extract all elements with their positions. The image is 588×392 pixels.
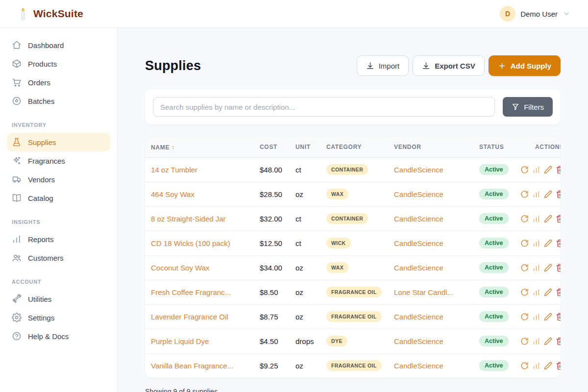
delete-action-button[interactable] [556, 190, 561, 198]
cart-icon [12, 77, 22, 87]
edit-action-button[interactable] [544, 190, 552, 198]
supply-unit: ct [290, 157, 320, 182]
vendor-link[interactable]: Lone Star Candl... [394, 288, 453, 296]
chart-action-button[interactable] [532, 190, 540, 198]
delete-action-button[interactable] [556, 313, 561, 321]
supply-unit: ct [290, 206, 320, 231]
delete-icon [556, 190, 561, 198]
row-actions [520, 158, 561, 182]
refresh-action-button[interactable] [520, 288, 529, 296]
category-badge: FRAGRANCE OIL [326, 287, 382, 297]
chart-action-button[interactable] [532, 337, 540, 345]
vendor-link[interactable]: CandleScience [394, 313, 443, 321]
vendor-link[interactable]: CandleScience [394, 264, 443, 272]
edit-action-button[interactable] [544, 215, 552, 223]
bar-chart-icon [12, 234, 22, 244]
gear-icon [12, 313, 22, 322]
edit-icon [544, 337, 552, 345]
column-header-status[interactable]: Status [473, 137, 514, 157]
column-header-category[interactable]: Category [320, 137, 388, 157]
delete-icon [556, 239, 561, 247]
user-menu[interactable]: D Demo User [500, 6, 570, 22]
vendor-link[interactable]: CandleScience [394, 215, 443, 223]
refresh-action-button[interactable] [520, 239, 529, 247]
column-header-name[interactable]: Name↑ [145, 137, 254, 157]
edit-action-button[interactable] [544, 362, 552, 370]
sidebar-item-reports[interactable]: Reports [7, 230, 110, 248]
delete-action-button[interactable] [556, 264, 561, 272]
supply-name-link[interactable]: CD 18 Wicks (100 pack) [151, 239, 230, 247]
sidebar-item-supplies[interactable]: Supplies [7, 133, 110, 151]
supply-name-link[interactable]: Fresh Coffee Fragranc... [151, 288, 231, 296]
supply-name-link[interactable]: Vanilla Bean Fragrance... [151, 362, 233, 370]
edit-action-button[interactable] [544, 166, 552, 174]
table-row: Lavender Fragrance Oil$8.75ozFRAGRANCE O… [145, 304, 561, 329]
chart-action-button[interactable] [532, 166, 540, 174]
sidebar-item-dashboard[interactable]: Dashboard [7, 36, 110, 54]
edit-action-button[interactable] [544, 337, 552, 345]
sidebar-item-settings[interactable]: Settings [7, 308, 110, 327]
sidebar-item-help-docs[interactable]: Help & Docs [7, 327, 110, 345]
refresh-icon [520, 215, 529, 223]
vendor-link[interactable]: CandleScience [394, 362, 443, 370]
refresh-action-button[interactable] [520, 190, 529, 198]
category-badge: WICK [326, 238, 351, 248]
sidebar-item-products[interactable]: Products [7, 54, 110, 73]
supply-unit: oz [290, 304, 320, 329]
delete-icon [556, 166, 561, 174]
sidebar-item-label: Utilities [28, 295, 51, 303]
delete-action-button[interactable] [556, 288, 561, 296]
column-header-cost[interactable]: Cost [254, 137, 290, 157]
delete-action-button[interactable] [556, 239, 561, 247]
delete-action-button[interactable] [556, 362, 561, 370]
delete-action-button[interactable] [556, 166, 561, 174]
vendor-link[interactable]: CandleScience [394, 239, 443, 247]
sidebar-item-orders[interactable]: Orders [7, 73, 110, 92]
import-button[interactable]: Import [357, 55, 409, 76]
table-row: 14 oz Tumbler$48.00ctCONTAINERCandleScie… [145, 157, 561, 182]
edit-action-button[interactable] [544, 313, 552, 321]
app-logo[interactable]: WickSuite [18, 7, 83, 21]
vendor-link[interactable]: CandleScience [394, 166, 443, 174]
refresh-action-button[interactable] [520, 215, 529, 223]
vendor-link[interactable]: CandleScience [394, 337, 443, 345]
filters-button[interactable]: Filters [503, 97, 553, 117]
edit-action-button[interactable] [544, 264, 552, 272]
sidebar-item-utilities[interactable]: Utilities [7, 290, 110, 308]
sidebar-item-vendors[interactable]: Vendors [7, 170, 110, 189]
chart-action-button[interactable] [532, 362, 540, 370]
vendor-link[interactable]: CandleScience [394, 190, 443, 198]
edit-action-button[interactable] [544, 288, 552, 296]
refresh-action-button[interactable] [520, 166, 529, 174]
refresh-action-button[interactable] [520, 264, 529, 272]
supply-name-link[interactable]: Lavender Fragrance Oil [151, 313, 228, 321]
row-actions [520, 182, 561, 206]
delete-action-button[interactable] [556, 215, 561, 223]
sidebar-item-label: Settings [28, 314, 54, 322]
search-input[interactable] [153, 97, 495, 117]
column-header-unit[interactable]: Unit [290, 137, 320, 157]
chart-action-button[interactable] [532, 264, 540, 272]
refresh-action-button[interactable] [520, 313, 529, 321]
chart-action-button[interactable] [532, 313, 540, 321]
supply-name-link[interactable]: Purple Liquid Dye [151, 337, 209, 345]
refresh-action-button[interactable] [520, 362, 529, 370]
sidebar-item-fragrances[interactable]: Fragrances [7, 151, 110, 170]
export-csv-button[interactable]: Export CSV [413, 55, 485, 76]
refresh-action-button[interactable] [520, 337, 529, 345]
supply-name-link[interactable]: 8 oz Straight-Sided Jar [151, 215, 226, 223]
sidebar-item-catalog[interactable]: Catalog [7, 189, 110, 207]
chart-action-button[interactable] [532, 239, 540, 247]
column-header-actions[interactable]: Actions [514, 137, 561, 157]
column-header-vendor[interactable]: Vendor [388, 137, 473, 157]
edit-action-button[interactable] [544, 239, 552, 247]
supply-name-link[interactable]: Coconut Soy Wax [151, 264, 210, 272]
supply-name-link[interactable]: 464 Soy Wax [151, 190, 195, 198]
sidebar-item-customers[interactable]: Customers [7, 248, 110, 267]
chart-action-button[interactable] [532, 288, 540, 296]
add-supply-button[interactable]: Add Supply [489, 55, 561, 76]
delete-action-button[interactable] [556, 337, 561, 345]
supply-name-link[interactable]: 14 oz Tumbler [151, 166, 197, 174]
chart-action-button[interactable] [532, 215, 540, 223]
sidebar-item-batches[interactable]: Batches [7, 92, 110, 110]
